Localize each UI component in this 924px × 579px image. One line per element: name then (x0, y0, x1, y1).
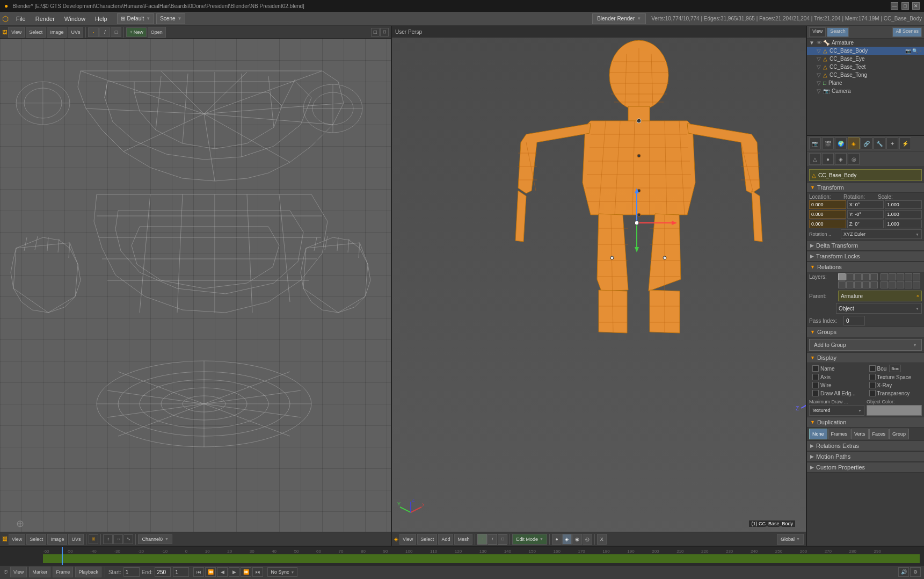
world-props-btn[interactable]: 🌍 (835, 137, 847, 149)
outliner-item-armature[interactable]: ▼ 👁 🦴 Armature (807, 39, 924, 47)
rot-y-field[interactable]: Y: -0° (847, 210, 884, 219)
layer-13-btn[interactable] (854, 281, 862, 288)
transform-btn3[interactable]: ⤡ (123, 534, 133, 544)
material-render-btn[interactable]: ◉ (572, 534, 582, 545)
settings-btn[interactable]: ⚙ (910, 567, 921, 577)
layer-17-btn[interactable] (889, 281, 896, 288)
uv-image-btn2[interactable]: Image (47, 534, 67, 545)
layer-6-btn[interactable] (881, 273, 888, 280)
texspace-checkbox[interactable] (869, 374, 876, 380)
current-frame-field[interactable]: 1 (173, 567, 189, 577)
scale-x-field[interactable]: 1.000 (885, 200, 922, 209)
bou-type-btn[interactable]: Box (889, 365, 901, 372)
modifiers-props-btn[interactable]: 🔧 (874, 137, 885, 149)
vertex-mode-btn[interactable]: · (477, 534, 487, 545)
scene-props-btn[interactable]: 🎬 (822, 137, 834, 149)
layer-8-btn[interactable] (897, 273, 904, 280)
outliner-item-cc-base-body[interactable]: ▽ △ CC_Base_Body 📷 🔍 × (807, 47, 924, 55)
menu-file[interactable]: File (12, 15, 30, 23)
timeline[interactable]: -60-50-40-30-20-100102030405060708090100… (0, 546, 924, 565)
prop3[interactable]: ◈ (835, 153, 847, 165)
uv-snap-btn[interactable]: ⊞ (89, 534, 98, 544)
layer-4-btn[interactable] (862, 273, 870, 280)
layer-1-btn[interactable] (838, 273, 846, 280)
vp3d-mesh-btn[interactable]: Mesh (454, 534, 472, 545)
layer-12-btn[interactable] (846, 281, 854, 288)
parent-clear-btn[interactable]: × (916, 293, 919, 299)
xray-checkbox[interactable] (869, 382, 876, 388)
vp3d-canvas[interactable]: X Y Z (1) CC_Base_Body (392, 26, 806, 546)
xray-btn[interactable]: X (597, 534, 607, 545)
relations-extras-header[interactable]: ▶ Relations Extras (807, 440, 924, 451)
dup-none-btn[interactable]: None (809, 429, 827, 439)
obj-color-swatch[interactable] (867, 405, 922, 416)
render-props-btn[interactable]: 📷 (809, 137, 821, 149)
prev-frame-btn[interactable]: ⏪ (205, 567, 216, 577)
uv-vertex-mode[interactable]: · (88, 27, 99, 37)
particles-props-btn[interactable]: ✦ (886, 137, 898, 149)
menu-render[interactable]: Render (31, 15, 59, 23)
prop4[interactable]: ◎ (848, 153, 860, 165)
motion-paths-header[interactable]: ▶ Motion Paths (807, 451, 924, 462)
engine-selector[interactable]: Blender Render ▼ (592, 13, 646, 24)
next-frame-btn[interactable]: ⏩ (241, 567, 251, 577)
add-to-group-btn[interactable]: Add to Group ▼ (809, 339, 922, 351)
groups-header[interactable]: ▼ Groups (807, 327, 924, 337)
transform-btn2[interactable]: ↔ (113, 534, 123, 544)
maximize-button[interactable]: □ (901, 2, 909, 10)
sync-dropdown[interactable]: No Sync ▼ (267, 567, 297, 577)
layer-3-btn[interactable] (854, 273, 862, 280)
status-marker-btn[interactable]: Marker (29, 567, 50, 577)
display-header[interactable]: ▼ Display (807, 352, 924, 363)
pass-index-field[interactable]: 0 (843, 316, 865, 325)
play-btn[interactable]: ▶ (229, 567, 239, 577)
wire-checkbox[interactable] (812, 382, 819, 388)
wire-mode-btn[interactable]: ⊡ (380, 28, 389, 37)
status-view-btn[interactable]: View (10, 567, 27, 577)
outliner-all-scenes-btn[interactable]: All Scenes (892, 27, 922, 37)
delta-transform-header[interactable]: ▶ Delta Transform (807, 240, 924, 251)
minimize-button[interactable]: — (891, 2, 898, 10)
channel-selector[interactable]: Channel0 ▼ (138, 534, 172, 544)
dup-verts-btn[interactable]: Verts (851, 429, 869, 439)
uv-uvs-btn2[interactable]: UVs (68, 534, 84, 545)
texture-render-btn[interactable]: ◈ (562, 534, 572, 545)
vp3d-add-btn[interactable]: Add (438, 534, 453, 545)
dup-group-btn[interactable]: Group (889, 429, 909, 439)
dup-frames-btn[interactable]: Frames (828, 429, 851, 439)
edit-mode-selector[interactable]: Edit Mode ▼ (512, 534, 547, 545)
rotation-mode-dropdown[interactable]: XYZ Euler ▼ (841, 229, 922, 239)
rot-z-field[interactable]: Z: 0° (847, 220, 884, 228)
layer-20-btn[interactable] (913, 281, 920, 288)
name-checkbox[interactable] (812, 365, 819, 372)
layer-15-btn[interactable] (870, 281, 878, 288)
material-props-btn[interactable]: ● (822, 153, 834, 165)
layer-16-btn[interactable] (881, 281, 888, 288)
layer-10-btn[interactable] (913, 273, 920, 280)
uv-view-btn[interactable]: View (8, 27, 25, 38)
layer-11-btn[interactable] (838, 281, 846, 288)
scale-z-field[interactable]: 1.000 (885, 220, 922, 228)
menu-window[interactable]: Window (60, 15, 90, 23)
menu-help[interactable]: Help (91, 15, 112, 23)
physics-props-btn[interactable]: ⚡ (899, 137, 911, 149)
outliner-item-camera[interactable]: ▽ 📷 Camera (807, 87, 924, 95)
outliner-item-cc-base-teet[interactable]: ▽ △ CC_Base_Teet (807, 63, 924, 71)
uv-select-btn[interactable]: Select (26, 27, 46, 38)
vp3d-view-btn[interactable]: View (399, 534, 416, 545)
solid-mode-btn[interactable]: ◫ (371, 28, 380, 37)
uv-face-mode[interactable]: □ (111, 27, 121, 37)
max-draw-dropdown[interactable]: Textured ▼ (809, 405, 864, 416)
draw-all-checkbox[interactable] (812, 390, 819, 396)
duplication-header[interactable]: ▼ Duplication (807, 417, 924, 428)
object-props-btn[interactable]: ◈ (848, 137, 860, 149)
outliner-search-btn[interactable]: Search (827, 27, 849, 37)
bou-checkbox[interactable] (869, 365, 876, 372)
vp3d-select-btn[interactable]: Select (417, 534, 437, 545)
audio-btn[interactable]: 🔊 (898, 567, 909, 577)
parent-type-dropdown[interactable]: Object ▼ (836, 303, 922, 314)
uv-canvas[interactable]: ⊕ (0, 39, 391, 546)
layer-5-btn[interactable] (870, 273, 878, 280)
constraints-props-btn[interactable]: 🔗 (861, 137, 872, 149)
layer-18-btn[interactable] (897, 281, 904, 288)
